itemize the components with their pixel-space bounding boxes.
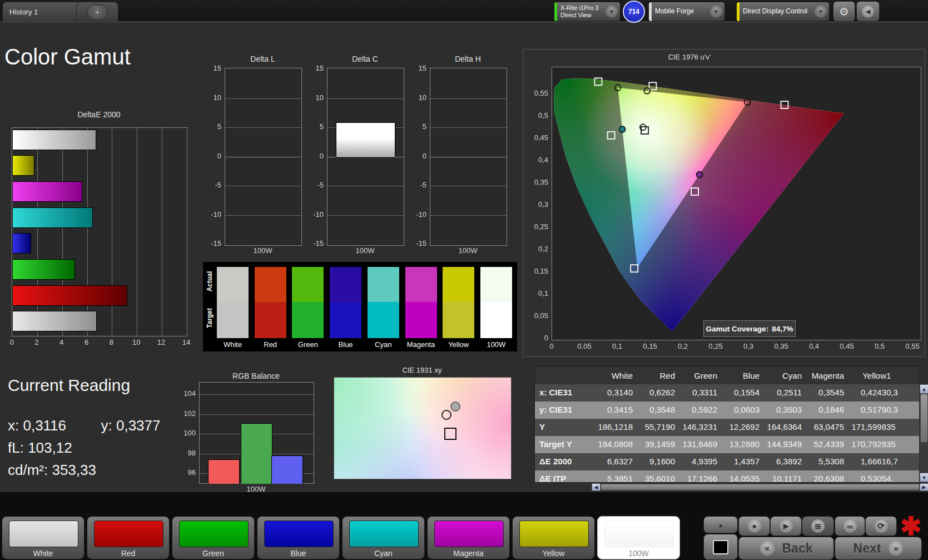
chevron-double-left-icon: « xyxy=(760,541,775,556)
pattern-button-100w[interactable]: 100W xyxy=(597,516,680,559)
pattern-swatch xyxy=(264,521,334,547)
table-row[interactable]: Y186,121855,7190146,323112,2692164,63646… xyxy=(535,419,920,436)
next-label: Next xyxy=(853,541,881,556)
pattern-button-white[interactable]: White xyxy=(2,516,85,559)
table-value: 0,3 xyxy=(886,402,920,419)
table-vscrollbar[interactable]: ▲ ▼ xyxy=(919,384,928,483)
deltae-bar-yellow xyxy=(12,155,34,176)
table-row[interactable]: y: CIE310,34150,35480,59220,06030,35030,… xyxy=(535,402,920,419)
page-title: Color Gamut xyxy=(4,44,131,70)
display-control-dropdown[interactable]: Direct Display Control ▼ xyxy=(736,2,830,22)
swatch-label: 100W xyxy=(478,340,515,349)
pattern-button-cyan[interactable]: Cyan xyxy=(342,516,425,559)
deltae-bar-red xyxy=(12,285,127,306)
scroll-left-icon[interactable]: ◀ xyxy=(592,483,601,491)
table-row-label: Target Y xyxy=(535,436,590,453)
delta_c-x-label: 100W xyxy=(327,246,403,255)
table-hscrollbar[interactable]: ◀ ▶ xyxy=(591,483,928,492)
scroll-right-icon[interactable]: ▶ xyxy=(920,483,928,491)
target-swatch-blue xyxy=(330,302,361,338)
hscroll-thumb[interactable] xyxy=(601,484,920,490)
cie1976-y-tick: 0,2 xyxy=(527,245,548,253)
actual-swatch-cyan xyxy=(368,267,399,302)
add-tab-button[interactable]: + xyxy=(87,4,108,20)
gridline xyxy=(200,394,314,395)
source-name: Mobile Forge xyxy=(652,8,710,16)
cie1976-x-tick: 0,3 xyxy=(738,342,758,350)
table-value: 0,4243 xyxy=(844,384,886,402)
continuous-measure-button[interactable]: ∞ xyxy=(835,516,865,536)
plus-icon: + xyxy=(95,8,100,17)
pattern-size-button[interactable]: ⊞ xyxy=(802,516,834,536)
collapse-panel-button[interactable]: ◀ xyxy=(856,1,880,22)
gridline xyxy=(225,98,301,99)
cie1976-x-tick: 0 xyxy=(542,342,562,350)
rgb-balance-title: RGB Balance xyxy=(199,371,313,380)
deltae-bar-cyan xyxy=(12,207,93,228)
zero-line xyxy=(430,157,507,157)
table-row[interactable]: x: CIE310,31400,62620,33110,15540,25110,… xyxy=(535,384,920,402)
next-button[interactable]: Next » xyxy=(835,537,922,560)
source-dropdown[interactable]: Mobile Forge ▼ xyxy=(648,2,725,22)
meter-dropdown[interactable]: X-Rite i1Pro 3 Direct View ▼ xyxy=(554,2,621,22)
vscroll-thumb[interactable] xyxy=(920,394,928,443)
delta_h-title: Delta H xyxy=(430,54,506,63)
table-row[interactable]: Target Y184,080839,1459131,646913,288014… xyxy=(535,436,920,453)
refresh-button[interactable]: ⟳ xyxy=(865,516,897,536)
play-button[interactable]: ▶ xyxy=(770,516,802,536)
pattern-button-magenta[interactable]: Magenta xyxy=(427,516,510,559)
rgb-y-tick: 98 xyxy=(179,449,196,457)
rgb-balance-chart xyxy=(199,382,314,484)
delta_h-chart xyxy=(430,68,507,246)
cie1976-x-tick: 0,4 xyxy=(804,342,824,350)
stop-button[interactable]: ■ xyxy=(738,516,770,536)
pattern-button-yellow[interactable]: Yellow xyxy=(512,516,595,559)
actual-swatch-red xyxy=(255,267,286,302)
table-value: 9,1600 xyxy=(633,453,675,470)
pattern-button-label: Red xyxy=(87,549,169,558)
cie1976-chart xyxy=(552,67,921,340)
meter-count-badge[interactable]: 714 xyxy=(623,1,645,23)
tab-label: History 1 xyxy=(9,8,38,16)
window-size-up-button[interactable]: ▲ xyxy=(703,516,738,533)
cie1976-y-tick: 0,55 xyxy=(527,89,548,97)
pattern-swatch xyxy=(94,521,163,547)
gridline xyxy=(430,215,507,216)
back-button[interactable]: « Back xyxy=(738,537,834,560)
window-pattern-icon xyxy=(713,540,728,554)
table-col-header: Cyan xyxy=(760,366,802,384)
table-value: 0,1554 xyxy=(717,384,760,402)
delta_c-title: Delta C xyxy=(327,54,403,63)
cie1976-x-tick: 0,05 xyxy=(574,342,594,350)
deltae2000-chart xyxy=(12,127,187,336)
pattern-window-button[interactable] xyxy=(703,534,738,560)
table-col-header: Magenta xyxy=(802,366,844,384)
tab-history-1[interactable]: History 1 xyxy=(2,2,83,22)
target-swatch-green xyxy=(292,302,324,338)
table-value: 0,1846 xyxy=(802,402,844,419)
pattern-button-label: White xyxy=(2,549,84,558)
actual-swatch-magenta xyxy=(405,267,437,302)
table-value: 6,7 xyxy=(886,453,920,470)
y-tick-label: 5 xyxy=(409,122,426,131)
back-label: Back xyxy=(782,541,813,556)
table-row[interactable]: ΔE 20006,63279,16004,93951,43576,38925,5… xyxy=(535,453,920,470)
table-value: 5,5308 xyxy=(802,453,844,470)
scroll-down-icon[interactable]: ▼ xyxy=(920,473,928,482)
table-value: 0,3548 xyxy=(633,402,675,419)
cie1976-x-tick: 0,55 xyxy=(902,342,922,350)
pattern-button-green[interactable]: Green xyxy=(172,516,255,559)
deltae-bar-green xyxy=(12,259,75,280)
table-value: 55,7190 xyxy=(633,419,675,436)
table-value: 4,9395 xyxy=(675,453,717,470)
table-row[interactable]: ΔE ITP5,385135,601017,126614,053510,1171… xyxy=(535,470,920,483)
pattern-button-blue[interactable]: Blue xyxy=(257,516,340,559)
swatch-label: Cyan xyxy=(365,340,402,349)
gear-icon[interactable]: ⚙ xyxy=(833,1,855,22)
scroll-up-icon[interactable]: ▲ xyxy=(920,384,928,394)
table-value: 6,3892 xyxy=(760,453,802,470)
pattern-button-red[interactable]: Red xyxy=(87,516,170,559)
pattern-swatch xyxy=(434,521,504,547)
table-value: 0,2511 xyxy=(760,384,802,402)
x-tick-label: 10 xyxy=(130,338,143,346)
